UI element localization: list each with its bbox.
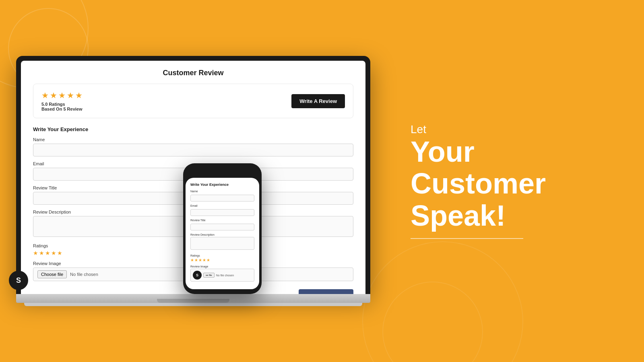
hero-headline: Your Customer Speak! <box>411 136 628 232</box>
phone-review-title-input[interactable] <box>190 224 254 230</box>
laptop-foot <box>24 303 362 306</box>
star-5: ★ <box>75 90 83 100</box>
phone-ratings-group: Ratings ★ ★ ★ ★ ★ <box>190 254 254 262</box>
phone-notch <box>211 168 235 175</box>
hero-headline-line1: Your <box>411 136 475 168</box>
form-star-4[interactable]: ★ <box>51 250 56 256</box>
phone-review-desc-group: Review Description <box>190 233 254 251</box>
hero-let-text: Let <box>411 123 628 136</box>
laptop-no-file-text: No file chosen <box>70 272 98 277</box>
phone-star-1[interactable]: ★ <box>190 258 194 262</box>
phone-ratings-label: Ratings <box>190 254 254 257</box>
shopify-icon-laptop: S <box>9 271 28 290</box>
laptop-choose-file-button[interactable]: Choose file <box>37 270 67 278</box>
form-star-1[interactable]: ★ <box>33 250 38 256</box>
form-star-3[interactable]: ★ <box>45 250 50 256</box>
write-review-button[interactable]: Write A Review <box>291 94 345 108</box>
shopify-icon-file-input: S <box>193 271 202 280</box>
star-3: ★ <box>58 90 66 100</box>
phone-review-image-group: Review Image S se file No file chosen <box>190 265 254 282</box>
phone-review-desc-label: Review Description <box>190 233 254 236</box>
form-star-2[interactable]: ★ <box>39 250 44 256</box>
phone-no-file-text: No file chosen <box>216 274 234 277</box>
phone-email-label: Email <box>190 204 254 207</box>
phone-star-2[interactable]: ★ <box>194 258 198 262</box>
phone-name-group: Name <box>190 190 254 202</box>
phone-file-input-row: se file No file chosen <box>203 273 234 278</box>
phone-email-input[interactable] <box>190 209 254 216</box>
hero-headline-line3: Speak! <box>411 200 506 232</box>
phone-stars-row: ★ ★ ★ ★ ★ <box>190 258 254 262</box>
phone-review-title-group: Review Title <box>190 219 254 230</box>
phone-screen: Write Your Experience Name Email Review … <box>186 178 259 289</box>
laptop-form-section-title: Write Your Experience <box>33 126 353 132</box>
laptop-name-label: Name <box>33 137 353 142</box>
phone-review-title-label: Review Title <box>190 219 254 222</box>
laptop-rating-based: Based On 5 Review <box>41 107 83 111</box>
laptop-page-title: Customer Review <box>33 69 353 77</box>
star-1: ★ <box>41 90 49 100</box>
hero-text-section: Let Your Customer Speak! <box>394 123 628 239</box>
laptop-base <box>16 294 370 303</box>
phone-device-wrapper: Write Your Experience Name Email Review … <box>183 163 262 294</box>
phone-form-title: Write Your Experience <box>190 183 254 187</box>
phone-review-desc-textarea[interactable] <box>190 237 254 250</box>
phone-email-group: Email <box>190 204 254 216</box>
laptop-stars-row: ★ ★ ★ ★ ★ <box>41 90 83 100</box>
phone-device: Write Your Experience Name Email Review … <box>183 163 262 294</box>
star-4: ★ <box>67 90 74 100</box>
phone-name-input[interactable] <box>190 195 254 202</box>
laptop-name-group: Name <box>33 137 353 156</box>
main-container: Customer Review ★ ★ ★ ★ ★ <box>0 0 644 362</box>
hero-headline-line2: Customer <box>411 167 546 200</box>
phone-star-4[interactable]: ★ <box>202 258 206 262</box>
phone-star-5[interactable]: ★ <box>206 258 210 262</box>
star-2: ★ <box>50 90 57 100</box>
laptop-name-input[interactable] <box>33 144 353 156</box>
phone-name-label: Name <box>190 190 254 193</box>
hero-divider <box>411 238 523 239</box>
phone-choose-file-button[interactable]: se file <box>203 273 215 278</box>
device-group: Customer Review ★ ★ ★ ★ ★ <box>16 56 370 306</box>
phone-star-3[interactable]: ★ <box>198 258 202 262</box>
laptop-rating-score: 5.0 Ratings <box>41 102 83 107</box>
laptop-rating-card: ★ ★ ★ ★ ★ 5.0 Ratings Based On 5 Review … <box>33 84 353 118</box>
laptop-rating-left: ★ ★ ★ ★ ★ 5.0 Ratings Based On 5 Review <box>41 90 83 111</box>
phone-review-image-label: Review Image <box>190 265 254 268</box>
form-star-5[interactable]: ★ <box>57 250 62 256</box>
laptop-submit-button[interactable]: Submit Review <box>299 289 353 294</box>
